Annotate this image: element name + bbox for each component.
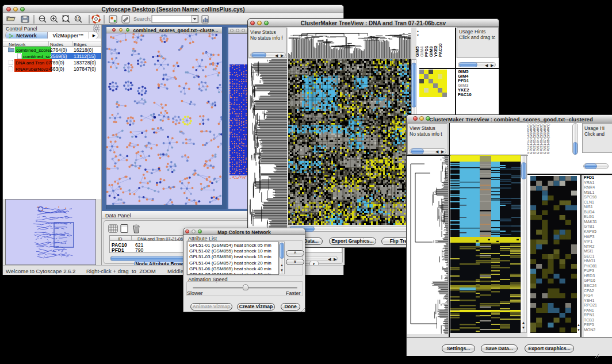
svg-text:Search:: Search: — [133, 16, 151, 22]
svg-text:1:1: 1:1 — [75, 17, 79, 20]
